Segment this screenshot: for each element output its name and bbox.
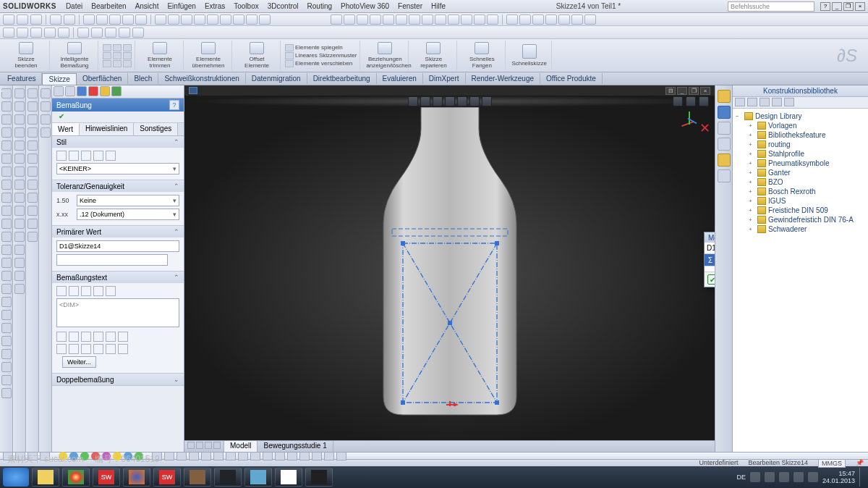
pm-help-icon[interactable]: ? <box>169 100 179 110</box>
vt-icon[interactable] <box>41 127 51 138</box>
tb-icon[interactable] <box>506 14 518 25</box>
pm-study-icon[interactable] <box>88 86 98 96</box>
tab-datamigration[interactable]: Datenmigration <box>246 73 307 84</box>
taskbar-terminal[interactable] <box>214 468 242 487</box>
tab-evaluate[interactable]: Evaluieren <box>377 73 423 84</box>
sf-icon[interactable] <box>336 452 346 460</box>
vt-icon[interactable] <box>1 375 12 385</box>
sf-icon[interactable] <box>299 452 310 460</box>
tb-icon[interactable] <box>105 28 116 38</box>
menu-window[interactable]: Fenster <box>394 2 426 10</box>
tb-icon[interactable] <box>3 28 14 38</box>
help-icon[interactable]: ? <box>820 2 830 11</box>
just-btn[interactable] <box>56 286 67 296</box>
prev-view-icon[interactable] <box>433 96 443 106</box>
tb-icon[interactable] <box>122 14 134 25</box>
display-style-icon[interactable] <box>457 96 467 106</box>
dialog-title[interactable]: Modifizieren <box>705 232 715 243</box>
sf-icon[interactable] <box>15 452 25 460</box>
tab-features[interactable]: Features <box>1 73 42 84</box>
vt-icon[interactable] <box>14 232 25 242</box>
restore-button[interactable]: ❐ <box>843 2 854 11</box>
vt-icon[interactable] <box>14 284 25 294</box>
tb-icon[interactable] <box>519 14 531 25</box>
tb-icon[interactable] <box>77 28 89 38</box>
vt-icon[interactable] <box>14 193 25 203</box>
sym-btn[interactable] <box>93 332 103 342</box>
doc-pin-icon[interactable]: ⊟ <box>665 87 676 95</box>
sym-btn[interactable] <box>118 332 128 342</box>
vt-icon[interactable] <box>27 232 38 242</box>
collapse-icon[interactable]: ⌃ <box>174 138 179 146</box>
vt-icon[interactable] <box>1 101 12 112</box>
line-icon[interactable] <box>103 44 111 51</box>
nav-last-icon[interactable] <box>213 442 221 449</box>
vt-icon[interactable] <box>1 297 12 307</box>
sf-icon[interactable] <box>287 452 297 460</box>
sf-icon[interactable] <box>69 452 78 460</box>
tb-icon[interactable] <box>344 14 355 25</box>
taskbar-image2[interactable] <box>305 468 333 487</box>
vt-icon[interactable] <box>1 388 12 398</box>
taskbar-image[interactable] <box>275 468 302 487</box>
vt-icon[interactable] <box>1 310 12 320</box>
tb-icon[interactable] <box>132 28 144 38</box>
sf-icon[interactable] <box>3 452 13 460</box>
tp-btn[interactable] <box>772 98 782 106</box>
tb-icon[interactable] <box>109 14 121 25</box>
tp-btn[interactable] <box>784 98 794 106</box>
tb-icon[interactable] <box>181 14 192 25</box>
menu-view[interactable]: Ansicht <box>132 2 163 10</box>
ribbon-exit-sketch[interactable]: Skizze beenden <box>3 41 50 70</box>
expand-icon[interactable]: − <box>736 113 742 119</box>
tb-icon[interactable] <box>435 14 446 25</box>
vt-icon[interactable] <box>14 153 25 164</box>
tray-icon[interactable] <box>750 472 760 482</box>
tb-icon[interactable] <box>44 28 56 38</box>
vt-icon[interactable] <box>27 153 38 164</box>
sf-icon[interactable] <box>275 452 285 460</box>
vt-icon[interactable] <box>14 245 25 255</box>
tp-appearance-icon[interactable] <box>718 153 731 167</box>
vt-icon[interactable] <box>14 271 25 281</box>
ribbon-relations[interactable]: Beziehungen anzeigen/löschen <box>362 41 409 70</box>
command-search[interactable]: Befehlssuche <box>728 1 814 12</box>
tab-sheet[interactable]: Blech <box>128 73 158 84</box>
tp-home-icon[interactable] <box>718 90 731 103</box>
ellipse-icon[interactable] <box>103 60 111 67</box>
tree-node[interactable]: +Bibliotheksfeature <box>736 130 865 140</box>
screenshot-icon[interactable] <box>64 14 75 25</box>
sf-icon[interactable] <box>124 452 132 460</box>
tb-icon[interactable] <box>487 14 498 25</box>
tab-surfaces[interactable]: Oberflächen <box>77 73 128 84</box>
doc-icon[interactable] <box>189 87 197 94</box>
arc-icon[interactable] <box>123 44 132 51</box>
expand-icon[interactable]: + <box>749 132 755 138</box>
expand-icon[interactable]: + <box>749 141 755 148</box>
tree-node[interactable]: +Schwaderer <box>736 224 865 234</box>
vt-icon[interactable] <box>14 258 25 268</box>
open-icon[interactable] <box>17 14 28 25</box>
viewport-canvas[interactable]: ✕ <box>184 107 715 440</box>
tb-icon[interactable] <box>96 14 108 25</box>
vt-icon[interactable] <box>1 167 12 177</box>
sf-icon[interactable] <box>312 452 322 460</box>
expand-icon[interactable]: + <box>749 151 755 157</box>
just-btn[interactable] <box>93 286 103 296</box>
tb-icon[interactable] <box>233 14 244 25</box>
style-btn[interactable] <box>106 151 116 161</box>
expand-icon[interactable]: + <box>749 198 755 204</box>
menu-help[interactable]: Hilfe <box>427 2 449 10</box>
view-orient-icon[interactable] <box>673 96 683 106</box>
ribbon-convert[interactable]: Elemente übernehmen <box>185 41 232 70</box>
appearance-icon[interactable] <box>482 96 492 106</box>
pm-prop-icon[interactable] <box>77 86 87 96</box>
vt-icon[interactable] <box>27 193 38 203</box>
dim-name-field[interactable]: D1@Skizze14 <box>707 244 715 252</box>
poly-icon[interactable] <box>113 52 122 59</box>
vt-icon[interactable] <box>14 114 25 125</box>
tb-icon[interactable] <box>461 14 472 25</box>
sf-icon[interactable] <box>189 452 199 460</box>
tree-node[interactable]: +IGUS <box>736 196 865 206</box>
point-icon[interactable] <box>123 60 132 67</box>
